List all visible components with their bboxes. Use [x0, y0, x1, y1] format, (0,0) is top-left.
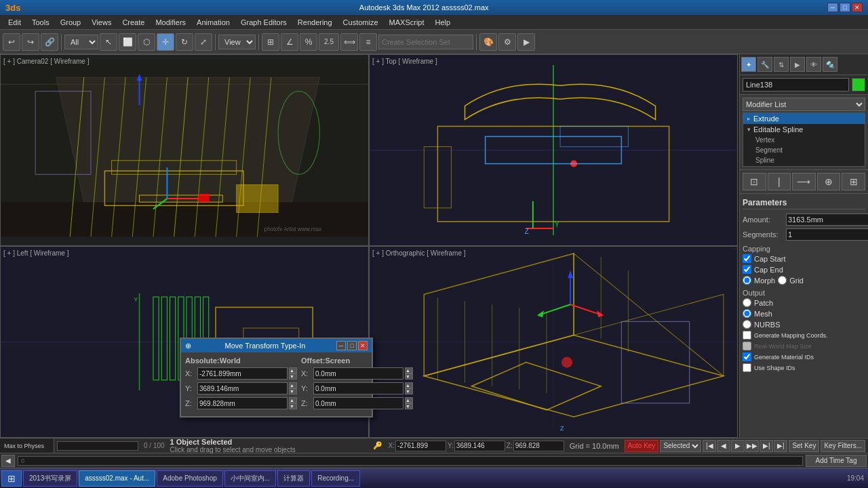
modifier-editable-spline[interactable]: ▾ Editable Spline — [743, 124, 865, 135]
dialog-restore[interactable]: □ — [347, 341, 357, 350]
tab-modify[interactable]: 🔧 — [757, 57, 772, 72]
tab-utilities[interactable]: 🔩 — [823, 57, 837, 72]
dialog-close[interactable]: ✕ — [358, 341, 368, 350]
render-btn-2[interactable]: | — [768, 173, 791, 190]
menu-views[interactable]: Views — [86, 17, 117, 28]
off-y-input[interactable] — [313, 382, 403, 394]
amount-input[interactable] — [786, 214, 868, 226]
menu-edit[interactable]: Edit — [3, 17, 26, 28]
menu-maxscript[interactable]: MAXScript — [384, 17, 430, 28]
morph-radio[interactable] — [743, 276, 751, 285]
taskbar-item-1[interactable]: asssss02.max - Aut... — [79, 470, 155, 487]
viewport-ortho[interactable]: [ + ] Orthographic [ Wireframe ] — [369, 246, 738, 438]
off-x-input[interactable] — [313, 367, 403, 380]
select-button[interactable]: ↖ — [100, 33, 117, 51]
menu-modifiers[interactable]: Modifiers — [150, 17, 191, 28]
abs-x-up[interactable]: ▲ — [289, 367, 297, 373]
spinner-snap[interactable]: 2.5 — [319, 33, 339, 51]
menu-grapheditors[interactable]: Graph Editors — [235, 17, 292, 28]
link-button[interactable]: 🔗 — [41, 33, 58, 51]
material-button[interactable]: 🎨 — [479, 33, 497, 51]
timeline-nav-btn[interactable]: ◀ — [1, 455, 15, 467]
abs-x-input[interactable] — [197, 367, 288, 380]
abs-y-input[interactable] — [197, 382, 288, 394]
render-btn-4[interactable]: ⊕ — [817, 173, 841, 190]
autokey-button[interactable]: Auto Key — [625, 440, 659, 452]
maximize-button[interactable]: □ — [840, 3, 850, 12]
x-coord-input[interactable] — [395, 441, 446, 451]
scale-button[interactable]: ⤢ — [195, 33, 212, 51]
tab-motion[interactable]: ▶ — [790, 57, 805, 72]
prev-frame[interactable]: ◀ — [717, 440, 730, 452]
menu-rendering[interactable]: Rendering — [292, 17, 338, 28]
abs-z-input[interactable] — [197, 397, 288, 409]
go-to-end[interactable]: ▶| — [774, 440, 787, 452]
select-region-button[interactable]: ⬜ — [119, 33, 136, 51]
mesh-radio[interactable] — [743, 309, 751, 318]
modifier-sub-vertex[interactable]: Vertex — [743, 135, 865, 145]
menu-group[interactable]: Group — [55, 17, 87, 28]
off-z-input[interactable] — [313, 397, 403, 409]
tab-display[interactable]: 👁 — [806, 57, 821, 72]
z-coord-input[interactable] — [513, 441, 564, 451]
create-selection-input[interactable] — [378, 35, 473, 49]
abs-z-down[interactable]: ▼ — [289, 403, 297, 409]
menu-customize[interactable]: Customize — [338, 17, 384, 28]
abs-x-down[interactable]: ▼ — [289, 373, 297, 380]
set-key-button[interactable]: Set Key — [789, 440, 819, 452]
abs-y-up[interactable]: ▲ — [289, 382, 297, 388]
lasso-button[interactable]: ⬡ — [138, 33, 155, 51]
segments-input[interactable] — [786, 228, 868, 241]
grid-radio[interactable] — [778, 276, 787, 285]
off-z-down[interactable]: ▼ — [405, 403, 413, 409]
cap-end-checkbox[interactable] — [743, 265, 751, 274]
menu-animation[interactable]: Animation — [191, 17, 235, 28]
play-button[interactable]: ▶ — [731, 440, 745, 452]
close-button[interactable]: ✕ — [852, 3, 863, 12]
minimize-button[interactable]: ─ — [827, 3, 838, 12]
off-z-up[interactable]: ▲ — [405, 397, 413, 403]
modifier-list-select[interactable]: Modifier List — [743, 98, 865, 111]
view-select[interactable]: View — [218, 35, 256, 49]
viewport-camera[interactable]: [ + ] Camera02 [ Wireframe ] — [0, 54, 369, 246]
selected-dropdown[interactable]: Selected — [660, 440, 701, 452]
start-button[interactable]: ⊞ — [1, 470, 22, 487]
off-x-down[interactable]: ▼ — [405, 373, 413, 380]
render-setup[interactable]: ⚙ — [498, 33, 516, 51]
rotate-button[interactable]: ↻ — [176, 33, 193, 51]
menu-help[interactable]: Help — [430, 17, 456, 28]
render-button[interactable]: ▶ — [517, 33, 535, 51]
real-world-checkbox[interactable] — [743, 342, 751, 350]
dialog-minimize[interactable]: ─ — [336, 341, 346, 350]
modifier-sub-spline[interactable]: Spline — [743, 155, 865, 165]
use-shape-checkbox[interactable] — [743, 363, 751, 372]
taskbar-item-5[interactable]: Recording... — [311, 470, 360, 487]
abs-y-down[interactable]: ▼ — [289, 388, 297, 394]
taskbar-item-4[interactable]: 计算器 — [277, 470, 310, 487]
mirror-button[interactable]: ⟺ — [340, 33, 358, 51]
render-btn-3[interactable]: ⟶ — [792, 173, 816, 190]
y-coord-input[interactable] — [454, 441, 505, 451]
tab-create[interactable]: ✦ — [741, 57, 756, 72]
play-all[interactable]: ▶▶ — [745, 440, 759, 452]
patch-radio[interactable] — [743, 298, 751, 307]
off-y-down[interactable]: ▼ — [405, 388, 413, 394]
percent-snap[interactable]: % — [300, 33, 317, 51]
abs-z-up[interactable]: ▲ — [289, 397, 297, 403]
menu-tools[interactable]: Tools — [26, 17, 55, 28]
undo-button[interactable]: ↩ — [3, 33, 20, 51]
object-name-input[interactable] — [743, 78, 849, 92]
move-button[interactable]: ✛ — [157, 33, 174, 51]
cap-start-checkbox[interactable] — [743, 254, 751, 263]
modifier-extrude[interactable]: ▸ Extrude — [743, 113, 865, 124]
gen-mapping-checkbox[interactable] — [743, 331, 751, 340]
viewport-top[interactable]: [ + ] Top [ Wireframe ] Z — [369, 54, 738, 246]
off-y-up[interactable]: ▲ — [405, 382, 413, 388]
lock-button[interactable]: 🔑 — [370, 441, 385, 450]
taskbar-item-2[interactable]: Adobe Photoshop — [157, 470, 223, 487]
object-color-swatch[interactable] — [852, 78, 865, 92]
align-button[interactable]: ≡ — [359, 33, 377, 51]
modifier-sub-segment[interactable]: Segment — [743, 145, 865, 155]
taskbar-item-0[interactable]: 2013书写录屏 — [23, 470, 77, 487]
taskbar-item-3[interactable]: 小中间室内... — [224, 470, 276, 487]
